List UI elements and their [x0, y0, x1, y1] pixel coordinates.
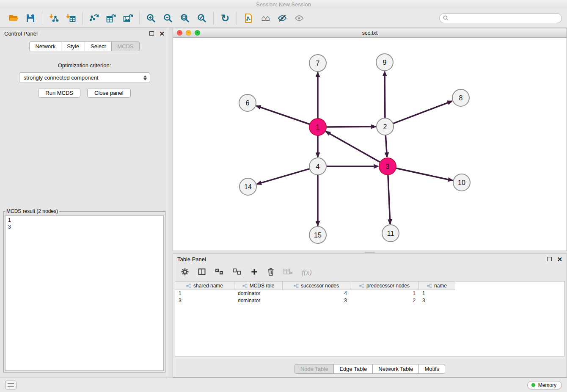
import-network-button[interactable]	[45, 10, 62, 26]
float-table-panel-button[interactable]	[547, 257, 552, 261]
edge-3-10[interactable]	[396, 168, 453, 180]
toggle-graphics-details-button[interactable]	[274, 10, 291, 26]
graph-node-6[interactable]: 6	[239, 94, 256, 111]
home-networks-button[interactable]: ⌂⌂	[257, 10, 274, 26]
import-table-button[interactable]	[62, 10, 79, 26]
table-row[interactable]: 1dominator411	[175, 290, 564, 297]
graph-node-1[interactable]: 1	[309, 119, 326, 135]
node-table: shared name MCDS role successor nodes pr…	[175, 281, 565, 356]
open-session-button[interactable]	[5, 10, 22, 26]
edge-2-8[interactable]	[393, 101, 452, 124]
tab-select[interactable]: Select	[85, 41, 112, 51]
float-panel-button[interactable]	[149, 31, 154, 36]
search-field[interactable]	[439, 13, 562, 23]
column-label: predecessor nodes	[366, 283, 410, 289]
show-columns-button[interactable]	[198, 268, 206, 278]
column-header-shared-name[interactable]: shared name	[175, 282, 234, 290]
edge-2-9[interactable]	[385, 72, 385, 118]
column-type-icon	[186, 284, 191, 288]
zoom-in-icon	[146, 13, 156, 23]
graph-node-4[interactable]: 4	[309, 158, 326, 175]
network-window-titlebar: × − + scc.txt	[173, 28, 567, 38]
graph-node-7[interactable]: 7	[309, 55, 326, 72]
graph-node-10[interactable]: 10	[453, 174, 470, 191]
node-label: 6	[246, 99, 250, 107]
graph-node-3[interactable]: 3	[379, 158, 396, 175]
network-canvas[interactable]: 7968124314101511	[173, 38, 567, 251]
tab-motifs[interactable]: Motifs	[418, 364, 445, 374]
close-table-panel-button[interactable]: ✕	[557, 256, 562, 262]
close-panel-button[interactable]: ✕	[159, 30, 165, 37]
selected-criterion: strongly connected component	[24, 75, 99, 81]
graph-node-8[interactable]: 8	[452, 89, 469, 106]
window-titlebar: Session: New Session	[0, 0, 567, 8]
window-maximize-icon[interactable]: +	[195, 30, 200, 36]
zoom-fit-button[interactable]	[176, 10, 193, 26]
run-mcds-button[interactable]: Run MCDS	[38, 88, 80, 98]
close-panel-button-2[interactable]: Close panel	[87, 88, 131, 98]
tab-network-table[interactable]: Network Table	[372, 364, 419, 374]
edge-4-14[interactable]	[257, 169, 310, 184]
export-image-button[interactable]	[119, 10, 136, 26]
tab-network[interactable]: Network	[29, 41, 61, 51]
optimization-criterion-select[interactable]: strongly connected component	[19, 72, 150, 83]
edge-3-1[interactable]	[326, 132, 380, 162]
mcds-result-list: 1 3	[5, 215, 164, 371]
graph-node-14[interactable]: 14	[239, 178, 256, 195]
node-label: 11	[387, 230, 394, 237]
tab-edge-table[interactable]: Edge Table	[333, 364, 373, 374]
trash-icon	[267, 268, 275, 276]
save-session-button[interactable]	[22, 10, 39, 26]
search-input[interactable]	[451, 15, 558, 22]
home-icon: ⌂⌂	[261, 14, 270, 22]
node-label: 4	[316, 163, 320, 170]
tab-style[interactable]: Style	[61, 41, 85, 51]
edge-3-11[interactable]	[388, 175, 390, 224]
export-table-button[interactable]	[102, 10, 119, 26]
zoom-out-button[interactable]	[160, 10, 176, 26]
edge-2-3[interactable]	[385, 135, 387, 157]
column-type-icon	[359, 284, 364, 288]
table-settings-button[interactable]	[181, 268, 189, 278]
column-header-predecessor-nodes[interactable]: predecessor nodes	[350, 282, 419, 290]
delete-column-button[interactable]	[267, 268, 275, 278]
zoom-in-button[interactable]	[143, 10, 160, 26]
column-header-successor-nodes[interactable]: successor nodes	[283, 282, 350, 290]
toolbar-separator	[237, 12, 237, 25]
table-panel-title: Table Panel	[177, 256, 206, 262]
deselect-all-columns-button[interactable]	[232, 268, 242, 277]
toolbar-separator	[82, 12, 83, 25]
tab-node-table[interactable]: Node Table	[295, 364, 334, 374]
window-title: Session: New Session	[256, 1, 311, 8]
graph-node-11[interactable]: 11	[382, 225, 399, 242]
graph-node-2[interactable]: 2	[377, 118, 394, 135]
network-from-file-button[interactable]	[240, 10, 257, 26]
vertical-splitter[interactable]	[169, 28, 173, 378]
column-header-MCDS-role[interactable]: MCDS role	[234, 282, 283, 290]
right-column: × − + scc.txt 7968124314101511 Table Pan…	[173, 28, 567, 378]
export-network-button[interactable]	[85, 10, 102, 26]
memory-button[interactable]: Memory	[527, 381, 562, 389]
select-all-columns-button[interactable]	[215, 268, 224, 277]
graph-node-15[interactable]: 15	[309, 226, 326, 243]
select-all-icon	[215, 268, 224, 276]
node-label: 3	[386, 163, 390, 170]
window-minimize-icon[interactable]: −	[186, 30, 191, 36]
table-panel: Table Panel ✕	[173, 254, 567, 378]
table-cell: 3	[283, 297, 350, 304]
zoom-selected-button[interactable]	[193, 10, 210, 26]
create-column-button[interactable]	[250, 268, 259, 278]
task-history-button[interactable]	[5, 381, 17, 389]
column-header-name[interactable]: name	[419, 282, 455, 290]
tab-mcds[interactable]: MCDS	[111, 41, 139, 51]
table-row[interactable]: 3dominator323	[175, 297, 564, 304]
table-cell: 3	[419, 297, 455, 304]
memory-status-icon	[531, 383, 535, 387]
edge-1-2[interactable]	[326, 127, 376, 127]
column-label: name	[434, 283, 447, 289]
graph-node-9[interactable]: 9	[376, 54, 393, 71]
toolbar-separator	[42, 12, 42, 25]
refresh-layout-button[interactable]: ↻	[217, 10, 234, 26]
window-close-icon[interactable]: ×	[177, 30, 182, 36]
edge-1-6[interactable]	[256, 106, 310, 124]
